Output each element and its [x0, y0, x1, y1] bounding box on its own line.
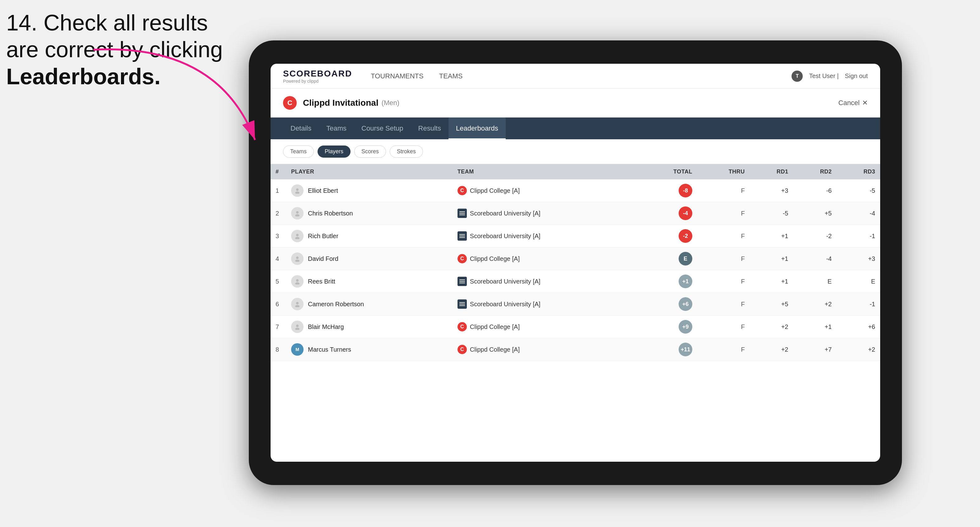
- player-avatar: [291, 275, 304, 287]
- cell-rd3: -1: [837, 225, 880, 248]
- cell-rank: 1: [270, 179, 286, 202]
- svg-point-6: [295, 237, 299, 239]
- team-name: Scoreboard University [A]: [470, 301, 541, 308]
- cell-thru: F: [697, 270, 750, 293]
- player-name: Elliot Ebert: [308, 187, 338, 194]
- nav-links: TOURNAMENTS TEAMS: [371, 71, 792, 82]
- cell-thru: F: [697, 338, 750, 361]
- cell-rd3: +2: [837, 338, 880, 361]
- logo-area: SCOREBOARD Powered by clippd: [283, 69, 352, 84]
- player-name: Rich Butler: [308, 233, 338, 240]
- player-avatar: [291, 252, 304, 265]
- table-row: 2Chris RobertsonScoreboard University [A…: [270, 202, 880, 225]
- svg-point-8: [295, 260, 299, 262]
- cell-thru: F: [697, 316, 750, 338]
- filter-teams[interactable]: Teams: [283, 146, 314, 158]
- tournament-title: Clippd Invitational: [303, 98, 379, 108]
- cell-player: Cameron Robertson: [286, 293, 452, 316]
- col-total: TOTAL: [639, 164, 697, 179]
- cell-rd2: -4: [793, 248, 837, 270]
- leaderboard-table: # PLAYER TEAM TOTAL THRU RD1 RD2 RD3 1El…: [270, 164, 880, 462]
- cell-player: Elliot Ebert: [286, 179, 452, 202]
- cell-rank: 3: [270, 225, 286, 248]
- cell-rank: 7: [270, 316, 286, 338]
- cell-rd3: -5: [837, 179, 880, 202]
- svg-point-4: [295, 214, 299, 216]
- svg-point-1: [296, 189, 299, 191]
- nav-signout[interactable]: Sign out: [845, 73, 868, 79]
- player-name: Chris Robertson: [308, 210, 353, 217]
- filter-players[interactable]: Players: [318, 146, 350, 158]
- cell-rank: 6: [270, 293, 286, 316]
- team-icon: C: [458, 345, 467, 354]
- svg-point-14: [295, 328, 299, 330]
- page-header: C Clippd Invitational (Men) Cancel ✕: [270, 89, 880, 117]
- cell-rd1: +1: [750, 248, 793, 270]
- cell-total: +1: [639, 270, 697, 293]
- tab-teams[interactable]: Teams: [319, 117, 354, 139]
- filter-scores[interactable]: Scores: [354, 146, 386, 158]
- cell-rd2: +7: [793, 338, 837, 361]
- cell-rd1: +3: [750, 179, 793, 202]
- annotation-text: 14. Check all results are correct by cli…: [6, 10, 223, 90]
- col-rd2: RD2: [793, 164, 837, 179]
- tab-leaderboards[interactable]: Leaderboards: [449, 117, 506, 139]
- cell-player: MMarcus Turners: [286, 338, 452, 361]
- team-name: Clippd College [A]: [470, 255, 520, 262]
- tab-course-setup[interactable]: Course Setup: [354, 117, 411, 139]
- svg-point-2: [295, 192, 299, 194]
- cell-rank: 5: [270, 270, 286, 293]
- player-name: David Ford: [308, 255, 338, 262]
- cell-rd2: +5: [793, 202, 837, 225]
- nav-right: T Test User | Sign out: [792, 71, 868, 82]
- nav-user-text: Test User |: [809, 73, 838, 79]
- cell-rd1: -5: [750, 202, 793, 225]
- cell-team: CClippd College [A]: [452, 316, 640, 338]
- tournament-icon: C: [283, 96, 297, 110]
- cell-team: CClippd College [A]: [452, 248, 640, 270]
- tab-results[interactable]: Results: [411, 117, 449, 139]
- svg-point-11: [296, 302, 299, 305]
- tab-details[interactable]: Details: [283, 117, 319, 139]
- cell-rd2: +2: [793, 293, 837, 316]
- cell-rd3: -1: [837, 293, 880, 316]
- svg-point-9: [296, 279, 299, 282]
- cell-team: CClippd College [A]: [452, 338, 640, 361]
- sub-navigation: Details Teams Course Setup Results Leade…: [270, 117, 880, 139]
- tournament-tag: (Men): [382, 99, 399, 107]
- team-name: Scoreboard University [A]: [470, 210, 541, 217]
- cell-team: Scoreboard University [A]: [452, 202, 640, 225]
- nav-teams[interactable]: TEAMS: [439, 71, 463, 82]
- cancel-button[interactable]: Cancel ✕: [838, 99, 868, 107]
- col-rank: #: [270, 164, 286, 179]
- player-avatar: [291, 184, 304, 197]
- cell-rd2: -2: [793, 225, 837, 248]
- cell-player: Rees Britt: [286, 270, 452, 293]
- cell-player: David Ford: [286, 248, 452, 270]
- cell-player: Rich Butler: [286, 225, 452, 248]
- player-avatar: [291, 298, 304, 310]
- cell-thru: F: [697, 202, 750, 225]
- svg-point-10: [295, 282, 299, 284]
- player-avatar: [291, 230, 304, 242]
- table-row: 5Rees BrittScoreboard University [A]+1F+…: [270, 270, 880, 293]
- logo-text: SCOREBOARD: [283, 69, 352, 79]
- user-avatar: T: [792, 71, 803, 82]
- cell-rank: 2: [270, 202, 286, 225]
- col-thru: THRU: [697, 164, 750, 179]
- team-name: Clippd College [A]: [470, 323, 520, 330]
- cell-total: -8: [639, 179, 697, 202]
- team-icon: [458, 299, 467, 309]
- cell-rd3: -4: [837, 202, 880, 225]
- cell-team: Scoreboard University [A]: [452, 225, 640, 248]
- team-name: Clippd College [A]: [470, 346, 520, 353]
- table-row: 6Cameron RobertsonScoreboard University …: [270, 293, 880, 316]
- cell-rd1: +5: [750, 293, 793, 316]
- table-row: 1Elliot EbertCClippd College [A]-8F+3-6-…: [270, 179, 880, 202]
- filter-strokes[interactable]: Strokes: [390, 146, 423, 158]
- cell-rd3: E: [837, 270, 880, 293]
- player-avatar: [291, 321, 304, 333]
- nav-tournaments[interactable]: TOURNAMENTS: [371, 71, 423, 82]
- player-name: Rees Britt: [308, 278, 335, 285]
- cell-total: +9: [639, 316, 697, 338]
